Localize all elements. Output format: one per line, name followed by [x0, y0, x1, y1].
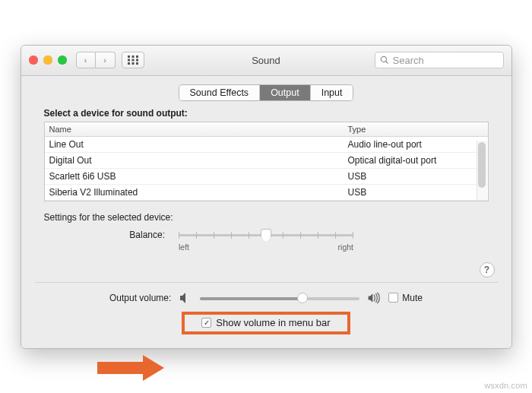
- balance-slider[interactable]: [179, 229, 353, 241]
- divider: [35, 282, 498, 283]
- table-header: Name Type: [45, 122, 488, 137]
- zoom-icon[interactable]: [58, 55, 67, 65]
- output-volume-slider[interactable]: [200, 293, 359, 303]
- table-row[interactable]: Line Out Audio line-out port: [45, 137, 488, 153]
- table-row[interactable]: Digital Out Optical digital-out port: [45, 153, 488, 169]
- close-icon[interactable]: [29, 55, 38, 65]
- tab-output[interactable]: Output: [260, 85, 311, 100]
- device-name: Digital Out: [45, 153, 344, 168]
- search-placeholder: Search: [393, 55, 424, 66]
- device-type: Optical digital-out port: [344, 153, 488, 168]
- svg-rect-6: [128, 62, 130, 65]
- device-type: USB: [344, 169, 488, 184]
- svg-rect-8: [136, 62, 138, 65]
- output-volume-label: Output volume:: [109, 293, 171, 303]
- preferences-window: ‹ › Sound Search Sound Effects Output In…: [21, 45, 512, 349]
- nav-buttons: ‹ ›: [76, 52, 116, 68]
- tab-sound-effects[interactable]: Sound Effects: [179, 85, 261, 100]
- content-area: Sound Effects Output Input Select a devi…: [21, 76, 511, 348]
- svg-rect-1: [131, 55, 134, 58]
- svg-rect-3: [128, 59, 130, 62]
- search-input[interactable]: Search: [375, 52, 504, 68]
- table-row[interactable]: Scarlett 6i6 USB USB: [45, 169, 488, 185]
- balance-control: Balance: left right: [35, 229, 498, 253]
- speaker-high-icon: [367, 292, 381, 304]
- svg-rect-0: [128, 55, 130, 58]
- svg-rect-5: [136, 59, 138, 62]
- device-name: Siberia V2 Illuminated: [45, 185, 344, 200]
- mute-label: Mute: [402, 293, 423, 303]
- help-button[interactable]: ?: [480, 262, 495, 277]
- table-row[interactable]: Siberia V2 Illuminated USB: [45, 185, 488, 201]
- column-name[interactable]: Name: [45, 122, 344, 136]
- checkbox-checked-icon: ✓: [201, 318, 211, 328]
- titlebar: ‹ › Sound Search: [21, 46, 511, 76]
- settings-for-device-label: Settings for the selected device:: [44, 212, 498, 223]
- search-icon: [380, 55, 389, 65]
- balance-label: Balance:: [97, 230, 165, 240]
- show-all-button[interactable]: [122, 52, 144, 68]
- svg-rect-2: [136, 55, 138, 58]
- tab-input[interactable]: Input: [311, 85, 353, 100]
- device-name: Line Out: [45, 137, 344, 152]
- svg-rect-4: [131, 59, 134, 62]
- column-type[interactable]: Type: [344, 122, 488, 136]
- forward-button[interactable]: ›: [96, 52, 116, 68]
- speaker-low-icon: [179, 292, 192, 304]
- tab-bar: Sound Effects Output Input: [35, 85, 498, 100]
- device-type: USB: [344, 185, 488, 200]
- show-volume-menubar-checkbox[interactable]: ✓ Show volume in menu bar: [201, 317, 330, 328]
- scroll-thumb[interactable]: [478, 142, 486, 188]
- back-button[interactable]: ‹: [76, 52, 96, 68]
- grid-icon: [128, 55, 138, 65]
- balance-left-label: left: [179, 242, 189, 252]
- select-device-label: Select a device for sound output:: [44, 108, 498, 119]
- balance-right-label: right: [338, 242, 353, 252]
- output-volume-row: Output volume: Mute: [35, 292, 498, 304]
- scrollbar[interactable]: [477, 141, 487, 200]
- device-table: Name Type Line Out Audio line-out port D…: [44, 122, 489, 201]
- checkbox-icon: [388, 293, 398, 303]
- show-volume-menubar-row: ✓ Show volume in menu bar: [35, 312, 498, 334]
- device-name: Scarlett 6i6 USB: [45, 169, 344, 184]
- window-controls: [29, 55, 67, 65]
- show-volume-menubar-label: Show volume in menu bar: [216, 317, 330, 328]
- minimize-icon[interactable]: [43, 55, 52, 65]
- mute-checkbox[interactable]: Mute: [388, 293, 423, 303]
- svg-rect-7: [131, 62, 134, 65]
- device-type: Audio line-out port: [344, 137, 488, 152]
- watermark: wsxdn.com: [484, 381, 527, 390]
